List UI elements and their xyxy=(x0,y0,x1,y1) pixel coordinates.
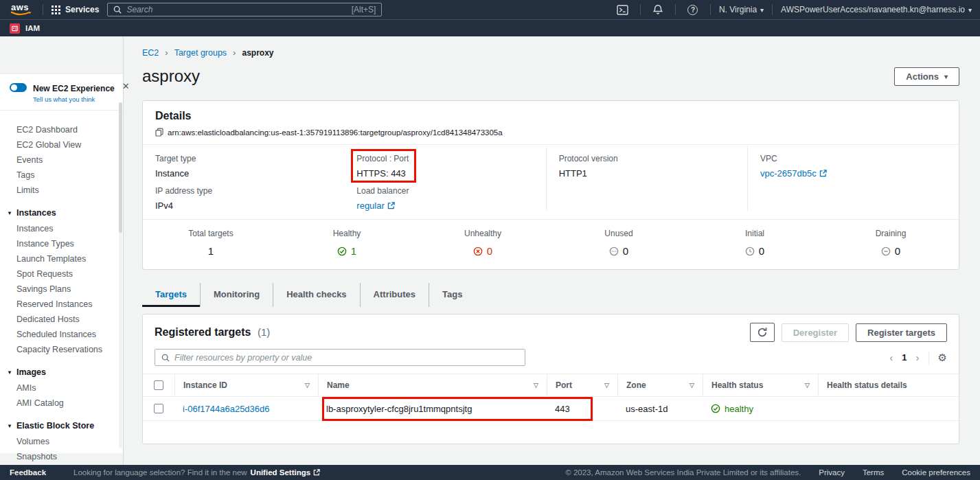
sidebar-item-amis[interactable]: AMIs xyxy=(0,380,123,396)
register-targets-button[interactable]: Register targets xyxy=(856,323,947,342)
tab-targets[interactable]: Targets xyxy=(142,283,200,307)
page-number[interactable]: 1 xyxy=(902,352,907,363)
global-search-input[interactable]: Search [Alt+S] xyxy=(107,3,382,16)
sidebar-item-launch-templates[interactable]: Launch Templates xyxy=(0,251,123,266)
sidebar-item-ami-catalog[interactable]: AMI Catalog xyxy=(0,396,123,411)
sidebar-item-tags[interactable]: Tags xyxy=(0,168,123,183)
port-cell: 443 xyxy=(547,404,617,414)
sidebar-item-capacity-reservations[interactable]: Capacity Reservations xyxy=(0,342,123,357)
breadcrumb-ec2[interactable]: EC2 xyxy=(142,48,159,58)
sidebar-item-dedicated-hosts[interactable]: Dedicated Hosts xyxy=(0,312,123,327)
sort-icon[interactable]: ▽ xyxy=(604,382,609,389)
field-ip-address-type: IP address type IPv4 xyxy=(155,186,332,211)
sidebar-item-instances[interactable]: Instances xyxy=(0,221,123,236)
sidebar-item-snapshots[interactable]: Snapshots xyxy=(0,449,123,464)
caret-down-icon: ▼ xyxy=(7,210,12,216)
copy-icon[interactable] xyxy=(155,128,163,137)
sidebar-item-scheduled-instances[interactable]: Scheduled Instances xyxy=(0,327,123,342)
sort-icon[interactable]: ▽ xyxy=(805,382,810,389)
tell-us-link[interactable]: Tell us what you think xyxy=(33,95,115,103)
sidebar-item-ec2-dashboard[interactable]: EC2 Dashboard xyxy=(0,122,123,137)
summary-label: Draining xyxy=(823,229,959,238)
summary-label: Unhealthy xyxy=(415,229,551,238)
sidebar-section-images[interactable]: ▼ Images xyxy=(0,363,123,380)
sidebar-item-savings-plans[interactable]: Savings Plans xyxy=(0,282,123,297)
summary-label: Total targets xyxy=(143,229,279,238)
minus-circle-icon xyxy=(881,247,891,256)
details-fields: Target type Instance IP address type IPv… xyxy=(143,145,959,219)
sidebar-item-reserved-instances[interactable]: Reserved Instances xyxy=(0,297,123,312)
sidebar-scrollbar-thumb[interactable] xyxy=(119,102,122,233)
region-selector[interactable]: N. Virginia ▾ xyxy=(719,5,764,14)
select-all-checkbox[interactable] xyxy=(154,380,163,390)
cloudshell-terminal-icon xyxy=(617,5,628,15)
account-label: AWSPowerUserAccess/navaneeth.kn@harness.… xyxy=(781,5,965,14)
registered-targets-title: Registered targets xyxy=(155,326,251,338)
aws-logo[interactable]: aws xyxy=(8,1,34,18)
sort-icon[interactable]: ▽ xyxy=(690,382,694,389)
filter-placeholder: Filter resources by property or value xyxy=(174,353,312,363)
sidebar-item-volumes[interactable]: Volumes xyxy=(0,434,123,449)
details-column-2: Protocol : Port HTTPS: 443 Load balancer… xyxy=(344,146,545,211)
field-label: Load balancer xyxy=(356,186,533,196)
gear-icon[interactable]: ⚙ xyxy=(938,352,947,363)
load-balancer-link[interactable]: regular xyxy=(356,201,394,211)
previous-page-icon[interactable]: ‹ xyxy=(889,352,893,363)
sidebar-item-limits[interactable]: Limits xyxy=(0,183,123,198)
services-menu-button[interactable]: Services xyxy=(52,5,99,14)
cloudshell-button[interactable] xyxy=(614,5,632,15)
check-circle-icon xyxy=(711,404,720,413)
select-all-cell xyxy=(143,374,174,396)
instance-id-link[interactable]: i-06f1744a6a25d36d6 xyxy=(183,404,270,414)
new-experience-label: New EC2 Experience xyxy=(33,84,115,93)
health-status-text: healthy xyxy=(725,404,753,414)
unified-settings-link[interactable]: Unified Settings xyxy=(251,468,321,477)
deregister-button[interactable]: Deregister xyxy=(782,323,849,342)
terms-link[interactable]: Terms xyxy=(863,468,884,477)
filter-input[interactable]: Filter resources by property or value xyxy=(155,349,525,366)
sort-icon[interactable]: ▽ xyxy=(305,382,310,389)
summary-value: 0 xyxy=(623,245,628,257)
column-port[interactable]: Port ▽ xyxy=(547,374,617,396)
notifications-button[interactable] xyxy=(649,4,667,15)
sidebar-item-events[interactable]: Events xyxy=(0,152,123,168)
actions-button[interactable]: Actions ▾ xyxy=(894,67,959,86)
tab-monitoring[interactable]: Monitoring xyxy=(200,283,273,307)
help-button[interactable]: ? xyxy=(684,5,702,15)
services-label: Services xyxy=(65,5,99,14)
sidebar-nav: EC2 Dashboard EC2 Global View Events Tag… xyxy=(0,111,123,464)
cookie-preferences-link[interactable]: Cookie preferences xyxy=(902,468,970,477)
breadcrumb-target-groups[interactable]: Target groups xyxy=(174,48,227,58)
sidebar-item-spot-requests[interactable]: Spot Requests xyxy=(0,266,123,282)
sort-icon[interactable]: ▽ xyxy=(534,382,538,389)
sidebar-item-ec2-global-view[interactable]: EC2 Global View xyxy=(0,137,123,152)
account-menu[interactable]: AWSPowerUserAccess/navaneeth.kn@harness.… xyxy=(781,5,972,14)
column-health-status-details: Health status details xyxy=(818,374,959,396)
tab-health-checks[interactable]: Health checks xyxy=(273,283,359,307)
column-zone[interactable]: Zone ▽ xyxy=(617,374,703,396)
next-page-icon[interactable]: › xyxy=(916,352,920,363)
topnav-right-group: ? N. Virginia ▾ AWSPowerUserAccess/navan… xyxy=(614,4,972,15)
favorites-iam-link[interactable]: IAM xyxy=(25,24,40,32)
row-checkbox[interactable] xyxy=(154,404,163,413)
summary-value: 1 xyxy=(208,245,214,257)
tab-attributes[interactable]: Attributes xyxy=(360,283,429,307)
vpc-link[interactable]: vpc-2657db5c xyxy=(760,168,827,179)
column-health-status[interactable]: Health status ▽ xyxy=(703,374,818,396)
details-heading: Details xyxy=(155,110,191,122)
refresh-button[interactable] xyxy=(750,323,775,342)
tab-tags[interactable]: Tags xyxy=(429,283,475,307)
feedback-link[interactable]: Feedback xyxy=(10,468,46,477)
zone-cell: us-east-1d xyxy=(617,404,703,414)
sidebar-item-instance-types[interactable]: Instance Types xyxy=(0,236,123,251)
details-heading-row: Details xyxy=(143,101,959,126)
sidebar-section-elastic-block-store[interactable]: ▼ Elastic Block Store xyxy=(0,417,123,434)
actions-label: Actions xyxy=(906,71,939,82)
privacy-link[interactable]: Privacy xyxy=(819,468,845,477)
load-balancer-link-label: regular xyxy=(356,201,384,211)
sidebar-section-instances[interactable]: ▼ Instances xyxy=(0,204,123,221)
new-experience-toggle[interactable] xyxy=(10,83,27,92)
column-name[interactable]: Name ▽ xyxy=(318,374,547,396)
column-instance-id[interactable]: Instance ID ▽ xyxy=(174,374,318,396)
field-label: Protocol version xyxy=(559,154,735,163)
